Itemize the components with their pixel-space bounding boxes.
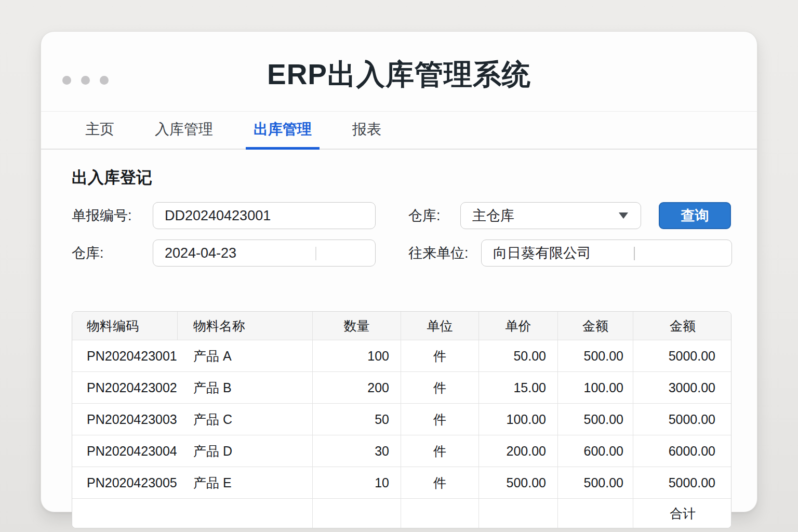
cell-quantity: 30 xyxy=(313,435,401,467)
cell-amount: 500.00 xyxy=(558,404,633,435)
cell-unit-price: 50.00 xyxy=(479,340,558,372)
cell-amount-2: 5000.00 xyxy=(633,404,732,435)
date-input[interactable]: 2024-04-23 xyxy=(153,240,376,267)
cell-material-code: PN2020423003 xyxy=(72,404,178,435)
table-row[interactable]: PN2020423002 产品 B 200 件 15.00 100.00 300… xyxy=(72,372,732,404)
footer-empty-cell xyxy=(72,499,313,528)
footer-empty-cell xyxy=(401,499,479,528)
items-table: 物料编码 物料名称 数量 单位 单价 金额 金额 PN2020423001 产品… xyxy=(72,311,732,528)
tab-inbound-label: 入库管理 xyxy=(155,119,213,139)
cell-amount: 100.00 xyxy=(558,372,633,404)
tab-outbound[interactable]: 出库管理 xyxy=(246,112,320,150)
footer-empty-cell xyxy=(479,499,558,528)
cell-amount: 500.00 xyxy=(558,467,633,499)
cell-unit: 件 xyxy=(401,372,479,404)
section-title: 出入库登记 xyxy=(72,167,152,189)
doc-no-label: 单报编号: xyxy=(72,206,132,225)
cell-amount-2: 3000.00 xyxy=(633,372,732,404)
table-row[interactable]: PN2020423003 产品 C 50 件 100.00 500.00 500… xyxy=(72,404,732,435)
footer-total-label: 合计 xyxy=(633,499,732,528)
partner-input[interactable]: 向日葵有限公司 xyxy=(481,240,732,267)
partner-label: 往来单位: xyxy=(408,244,469,262)
warehouse-select[interactable]: 主仓库 xyxy=(460,202,641,229)
cell-material-name: 产品 B xyxy=(178,372,313,404)
cell-material-code: PN2020423004 xyxy=(72,435,178,467)
column-header-material-code: 物料编码 xyxy=(72,312,178,340)
cell-unit: 件 xyxy=(401,404,479,435)
cell-material-code: PN2020423002 xyxy=(72,372,178,404)
cell-amount: 600.00 xyxy=(558,435,633,467)
tab-home-label: 主页 xyxy=(85,119,114,139)
cell-unit: 件 xyxy=(401,435,479,467)
query-button[interactable]: 查询 xyxy=(659,202,731,229)
tab-inbound[interactable]: 入库管理 xyxy=(147,112,221,150)
doc-no-input[interactable]: DD20240423001 xyxy=(153,202,376,229)
column-header-unit: 单位 xyxy=(401,312,479,340)
warehouse-label: 仓库: xyxy=(408,206,441,225)
warehouse-selected-value: 主仓库 xyxy=(472,206,514,225)
cell-unit-price: 500.00 xyxy=(479,467,558,499)
text-caret xyxy=(315,247,316,260)
cell-unit-price: 200.00 xyxy=(479,435,558,467)
cell-material-name: 产品 D xyxy=(178,435,313,467)
cell-material-code: PN2020423005 xyxy=(72,467,178,499)
cell-material-name: 产品 A xyxy=(178,340,313,372)
chevron-down-icon xyxy=(619,212,628,219)
cell-quantity: 100 xyxy=(313,340,401,372)
table-row[interactable]: PN2020423005 产品 E 10 件 500.00 500.00 500… xyxy=(72,467,732,499)
cell-material-name: 产品 E xyxy=(178,467,313,499)
cell-unit: 件 xyxy=(401,467,479,499)
form-row-2: 仓库: 2024-04-23 往来单位: 向日葵有限公司 xyxy=(72,240,732,267)
app-title: ERP出入库管理系统 xyxy=(41,56,757,94)
tab-home[interactable]: 主页 xyxy=(77,112,122,150)
app-window: ERP出入库管理系统 主页 入库管理 出库管理 报表 出入库登记 单报编号: D… xyxy=(41,31,757,512)
footer-empty-cell xyxy=(313,499,401,528)
column-header-amount-2: 金额 xyxy=(633,312,732,340)
date-label: 仓库: xyxy=(72,244,104,262)
table-row[interactable]: PN2020423001 产品 A 100 件 50.00 500.00 500… xyxy=(72,340,732,372)
cell-amount-2: 5000.00 xyxy=(633,467,732,499)
footer-empty-cell xyxy=(558,499,633,528)
partner-value: 向日葵有限公司 xyxy=(493,244,591,262)
cell-unit: 件 xyxy=(401,340,479,372)
cell-material-name: 产品 C xyxy=(178,404,313,435)
text-caret xyxy=(634,247,635,260)
cell-amount-2: 6000.00 xyxy=(633,435,732,467)
cell-material-code: PN2020423001 xyxy=(72,340,178,372)
cell-amount: 500.00 xyxy=(558,340,633,372)
table-footer-row: 合计 xyxy=(72,499,732,528)
tab-bar: 主页 入库管理 出库管理 报表 xyxy=(41,111,757,150)
cell-quantity: 50 xyxy=(313,404,401,435)
date-value: 2024-04-23 xyxy=(165,245,236,261)
doc-no-value: DD20240423001 xyxy=(165,208,271,224)
cell-unit-price: 100.00 xyxy=(479,404,558,435)
cell-quantity: 200 xyxy=(313,372,401,404)
tab-reports[interactable]: 报表 xyxy=(344,112,389,150)
table-row[interactable]: PN2020423004 产品 D 30 件 200.00 600.00 600… xyxy=(72,435,732,467)
tab-reports-label: 报表 xyxy=(352,119,381,139)
form-row-1: 单报编号: DD20240423001 仓库: 主仓库 查询 xyxy=(72,202,732,229)
cell-quantity: 10 xyxy=(313,467,401,499)
cell-amount-2: 5000.00 xyxy=(633,340,732,372)
tab-outbound-label: 出库管理 xyxy=(254,119,312,139)
column-header-unit-price: 单价 xyxy=(479,312,558,340)
column-header-material-name: 物料名称 xyxy=(178,312,313,340)
column-header-amount: 金额 xyxy=(558,312,633,340)
cell-unit-price: 15.00 xyxy=(479,372,558,404)
table-header-row: 物料编码 物料名称 数量 单位 单价 金额 金额 xyxy=(72,312,732,340)
column-header-quantity: 数量 xyxy=(313,312,401,340)
